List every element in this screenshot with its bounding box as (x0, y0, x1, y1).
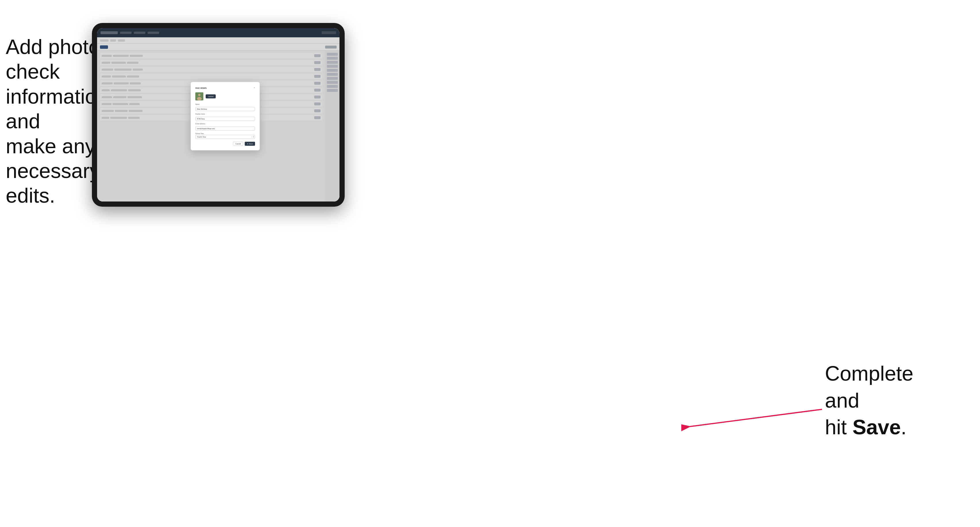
close-icon[interactable]: × (254, 87, 255, 89)
stepper-arrows[interactable]: ▲ ▼ (253, 136, 254, 138)
save-icon: ⬆ (247, 143, 248, 144)
display-name-input[interactable] (195, 117, 255, 121)
name-label: Name (195, 103, 255, 105)
user-photo (195, 92, 204, 100)
svg-point-5 (198, 94, 200, 96)
tablet-device: User details × Upload (92, 23, 345, 207)
cancel-button[interactable]: Cancel (233, 142, 243, 146)
email-field-group: Email address (195, 123, 255, 130)
display-name-label: Display name (195, 113, 255, 115)
tablet-screen: User details × Upload (97, 28, 339, 202)
modal-header: User details × (195, 87, 255, 89)
email-label: Email address (195, 123, 255, 125)
svg-line-3 (690, 409, 822, 427)
save-button[interactable]: ⬆ Save (245, 142, 255, 146)
modal-title: User details (195, 87, 207, 89)
modal-footer: Cancel ⬆ Save (195, 142, 255, 146)
modal-overlay: User details × Upload (97, 28, 339, 202)
school-year-field-group: School Year × ▲ ▼ (195, 133, 255, 139)
upload-button[interactable]: Upload (206, 94, 216, 98)
svg-point-6 (197, 97, 202, 100)
photo-upload-row: Upload (195, 92, 255, 100)
name-input[interactable] (195, 107, 255, 111)
school-year-input-wrapper: × ▲ ▼ (195, 135, 255, 139)
school-year-input-actions: × ▲ ▼ (251, 136, 254, 138)
email-input[interactable] (195, 127, 255, 130)
user-details-modal: User details × Upload (191, 82, 260, 151)
arrow-right (681, 401, 830, 435)
display-name-field-group: Display name (195, 113, 255, 121)
school-year-label: School Year (195, 133, 255, 134)
name-field-group: Name (195, 103, 255, 111)
clear-icon[interactable]: × (251, 136, 253, 138)
annotation-right: Complete and hit Save. (825, 360, 945, 441)
school-year-input[interactable] (195, 135, 255, 139)
